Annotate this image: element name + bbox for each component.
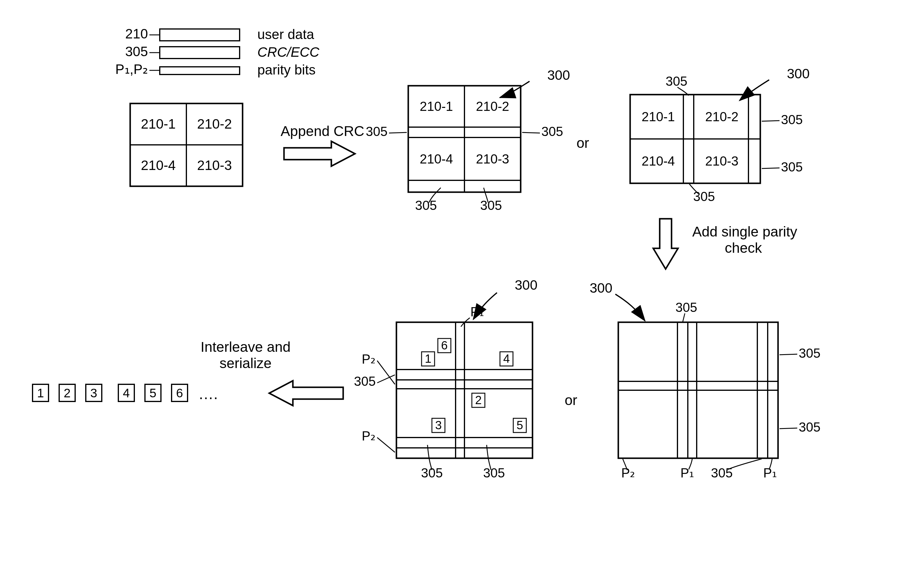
svg-rect-6	[160, 67, 240, 74]
label-interleave-line2: serialize	[220, 355, 272, 371]
svg-text:210-1: 210-1	[420, 99, 453, 113]
svg-text:3: 3	[90, 386, 97, 400]
svg-text:305: 305	[666, 74, 687, 88]
svg-text:305: 305	[675, 300, 697, 314]
label-add-parity-line2: check	[725, 240, 762, 256]
svg-line-84	[780, 354, 797, 355]
svg-text:305: 305	[421, 465, 443, 480]
svg-text:210-3: 210-3	[705, 154, 739, 168]
svg-text:305: 305	[781, 112, 803, 127]
legend-ref-user: 210	[125, 26, 148, 41]
label-interleave-line1: Interleave and	[200, 339, 291, 355]
svg-text:305: 305	[354, 374, 376, 388]
svg-line-40	[762, 168, 780, 169]
svg-text:305: 305	[799, 346, 820, 360]
cell-210-2: 210-2	[197, 116, 232, 131]
svg-text:P₂: P₂	[362, 352, 376, 366]
svg-line-69	[377, 375, 395, 383]
crc-grid-b: 210-1 210-2 210-4 210-3 300 305 305 305 …	[630, 66, 810, 204]
diagram-canvas: 210 user data 305 CRC/ECC P₁,P₂ parity b…	[0, 0, 923, 588]
svg-text:5: 5	[517, 419, 523, 432]
svg-text:1: 1	[425, 352, 431, 365]
svg-line-38	[762, 121, 780, 121]
parity-grid-a: 1 6 4 2 3 5 300 P₁ P₂ P₂ 305	[354, 277, 537, 480]
svg-text:P₁: P₁	[470, 305, 484, 319]
legend: 210 user data 305 CRC/ECC P₁,P₂ parity b…	[115, 26, 320, 77]
svg-text:305: 305	[799, 420, 820, 434]
legend-ref-crc: 305	[125, 44, 148, 59]
cell-210-3: 210-3	[197, 157, 232, 173]
svg-text:6: 6	[176, 386, 183, 400]
arrow-add-parity: Add single parity check	[653, 219, 797, 269]
parity-grid-b: 300 305 305 305 P₂ P₁ 305 P₁	[590, 280, 820, 480]
serialized-dots: ….	[198, 385, 218, 402]
svg-text:305: 305	[483, 465, 505, 480]
svg-line-21	[389, 133, 407, 133]
or-1: or	[576, 135, 589, 151]
svg-text:5: 5	[149, 386, 156, 400]
svg-text:6: 6	[441, 339, 448, 352]
legend-txt-user: user data	[257, 26, 314, 42]
or-2: or	[565, 392, 578, 408]
svg-text:305: 305	[711, 465, 732, 480]
svg-text:4: 4	[123, 386, 130, 400]
serialized-output: 1 2 3 4 5 6 ….	[33, 384, 218, 402]
svg-text:305: 305	[366, 124, 388, 139]
svg-text:210-2: 210-2	[705, 110, 739, 124]
svg-rect-2	[160, 29, 240, 41]
svg-text:210-1: 210-1	[642, 110, 675, 124]
svg-text:210-2: 210-2	[476, 99, 509, 113]
label-append-crc: Append CRC	[281, 123, 365, 139]
svg-rect-4	[160, 47, 240, 59]
svg-line-23	[522, 133, 540, 133]
svg-text:305: 305	[480, 198, 502, 213]
svg-text:210-4: 210-4	[420, 152, 453, 166]
svg-text:3: 3	[435, 419, 442, 432]
crc-grid-a: 210-1 210-2 210-4 210-3 300 305 305 305 …	[366, 67, 570, 213]
svg-text:P₂: P₂	[621, 465, 635, 480]
legend-txt-crc: CRC/ECC	[257, 44, 320, 60]
svg-line-65	[377, 361, 395, 384]
svg-line-82	[683, 313, 685, 322]
legend-ref-parity: P₁,P₂	[115, 62, 148, 77]
svg-text:300: 300	[787, 66, 810, 81]
svg-line-86	[780, 428, 797, 429]
arrow-append-crc: Append CRC	[281, 123, 365, 166]
cell-210-1: 210-1	[141, 116, 176, 131]
initial-grid: 210-1 210-2 210-4 210-3	[130, 103, 243, 186]
svg-text:P₁: P₁	[680, 465, 694, 480]
svg-text:1: 1	[37, 386, 44, 400]
svg-text:2: 2	[475, 393, 481, 406]
legend-txt-parity: parity bits	[257, 62, 316, 77]
svg-text:300: 300	[515, 277, 537, 293]
label-add-parity-line1: Add single parity	[692, 224, 797, 239]
svg-text:2: 2	[64, 386, 71, 400]
svg-text:300: 300	[590, 280, 613, 296]
svg-text:P₂: P₂	[362, 429, 376, 443]
svg-text:300: 300	[547, 67, 570, 83]
svg-text:305: 305	[541, 124, 563, 139]
cell-210-4: 210-4	[141, 157, 176, 173]
svg-line-67	[377, 437, 395, 452]
svg-text:305: 305	[781, 160, 803, 174]
svg-text:305: 305	[415, 198, 437, 213]
arrow-interleave: Interleave and serialize	[200, 339, 343, 406]
svg-text:4: 4	[503, 352, 510, 365]
svg-text:210-3: 210-3	[476, 152, 509, 166]
svg-text:210-4: 210-4	[642, 154, 675, 168]
